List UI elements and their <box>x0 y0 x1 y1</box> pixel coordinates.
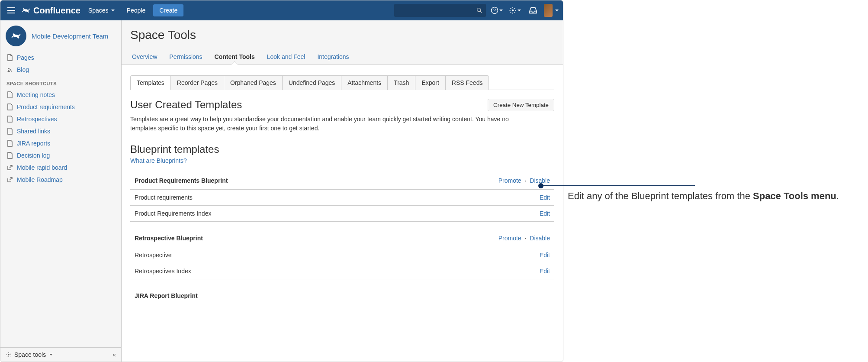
blueprint-group-name: JIRA Report Blueprint <box>135 292 198 299</box>
external-icon <box>6 176 13 183</box>
sidebar-pages[interactable]: Pages <box>6 52 116 64</box>
subtab-undefined-pages[interactable]: Undefined Pages <box>283 75 341 90</box>
page-icon <box>6 103 13 110</box>
shortcut-mobile-roadmap[interactable]: Mobile Roadmap <box>6 174 116 186</box>
caret-down-icon <box>518 10 521 11</box>
confluence-logo[interactable]: Confluence <box>21 6 80 16</box>
blueprint-templates-heading: Blueprint templates <box>130 143 554 155</box>
user-templates-heading: User Created Templates <box>130 99 242 111</box>
avatar <box>544 4 553 17</box>
disable-link[interactable]: Disable <box>530 235 550 242</box>
product-name: Confluence <box>33 6 80 16</box>
shortcut-shared-links[interactable]: Shared links <box>6 125 116 137</box>
collapse-sidebar-icon[interactable]: « <box>113 351 116 358</box>
subtab-export[interactable]: Export <box>415 75 445 90</box>
shortcut-meeting-notes[interactable]: Meeting notes <box>6 89 116 101</box>
create-new-template-button[interactable]: Create New Template <box>488 99 554 111</box>
blueprint-group-name: Retrospective Blueprint <box>135 235 203 242</box>
blueprint-group-name: Product Requirements Blueprint <box>135 177 228 184</box>
blueprint-template-name: Product Requirements Index <box>135 210 211 217</box>
settings-button[interactable] <box>508 4 522 17</box>
blueprint-template-name: Retrospective <box>135 252 172 259</box>
caret-down-icon <box>49 354 53 356</box>
edit-link[interactable]: Edit <box>540 268 550 275</box>
search-input[interactable] <box>394 4 486 17</box>
svg-point-0 <box>477 8 481 12</box>
space-name-link[interactable]: Mobile Development Team <box>32 32 108 40</box>
subtab-trash[interactable]: Trash <box>388 75 415 90</box>
caret-down-icon <box>555 10 559 11</box>
app-switcher-icon[interactable] <box>5 4 18 17</box>
subtab-reorder-pages[interactable]: Reorder Pages <box>171 75 224 90</box>
shortcut-product-requirements[interactable]: Product requirements <box>6 101 116 113</box>
shortcut-decision-log[interactable]: Decision log <box>6 149 116 162</box>
shortcut-retrospectives[interactable]: Retrospectives <box>6 113 116 125</box>
space-logo[interactable] <box>6 26 26 46</box>
edit-link[interactable]: Edit <box>540 194 550 201</box>
svg-point-4 <box>8 71 9 72</box>
space-shortcuts-heading: SPACE SHORTCUTS <box>6 76 116 89</box>
edit-link[interactable]: Edit <box>540 210 550 217</box>
sidebar-blog[interactable]: Blog <box>6 64 116 76</box>
svg-point-3 <box>512 10 514 12</box>
shortcut-jira-reports[interactable]: JIRA reports <box>6 137 116 149</box>
notifications-button[interactable] <box>526 4 540 17</box>
promote-link[interactable]: Promote <box>498 235 521 242</box>
svg-point-5 <box>8 354 10 356</box>
subtab-attachments[interactable]: Attachments <box>341 75 388 90</box>
create-button[interactable]: Create <box>153 4 183 16</box>
space-tools-menu[interactable]: Space tools <box>6 351 53 358</box>
gear-icon <box>6 352 12 358</box>
caret-down-icon <box>111 10 115 11</box>
annotation-text: Edit any of the Blueprint templates from… <box>568 190 853 203</box>
inbox-icon <box>529 7 537 14</box>
subtab-rss-feeds[interactable]: RSS Feeds <box>446 75 489 90</box>
tab-content-tools[interactable]: Content Tools <box>213 50 257 65</box>
rss-icon <box>6 66 13 73</box>
annotation-line <box>540 185 695 186</box>
tab-overview[interactable]: Overview <box>130 50 159 65</box>
gear-icon <box>509 6 517 14</box>
page-icon <box>6 116 13 123</box>
tab-permissions[interactable]: Permissions <box>167 50 204 65</box>
subtab-templates[interactable]: Templates <box>130 75 171 90</box>
page-icon <box>6 91 13 98</box>
help-button[interactable]: ? <box>489 4 504 17</box>
subtab-orphaned-pages[interactable]: Orphaned Pages <box>224 75 283 90</box>
edit-link[interactable]: Edit <box>540 252 550 259</box>
page-icon <box>6 152 13 159</box>
page-icon <box>6 128 13 135</box>
tab-integrations[interactable]: Integrations <box>315 50 350 65</box>
caret-down-icon <box>499 10 503 11</box>
svg-text:?: ? <box>493 8 496 13</box>
page-title: Space Tools <box>130 28 554 42</box>
page-icon <box>6 140 13 147</box>
user-menu[interactable] <box>544 4 559 17</box>
tab-look-and-feel[interactable]: Look and Feel <box>265 50 307 65</box>
blueprint-template-name: Retrospectives Index <box>135 268 191 275</box>
templates-description: Templates are a great way to help you st… <box>130 115 533 133</box>
promote-link[interactable]: Promote <box>498 177 521 184</box>
shortcut-mobile-rapid-board[interactable]: Mobile rapid board <box>6 162 116 174</box>
nav-people[interactable]: People <box>122 4 150 16</box>
search-icon <box>476 7 482 13</box>
what-are-blueprints-link[interactable]: What are Blueprints? <box>130 157 187 164</box>
external-icon <box>6 164 13 171</box>
blueprint-template-name: Product requirements <box>135 194 193 201</box>
nav-spaces[interactable]: Spaces <box>84 4 119 16</box>
page-icon <box>6 54 13 61</box>
